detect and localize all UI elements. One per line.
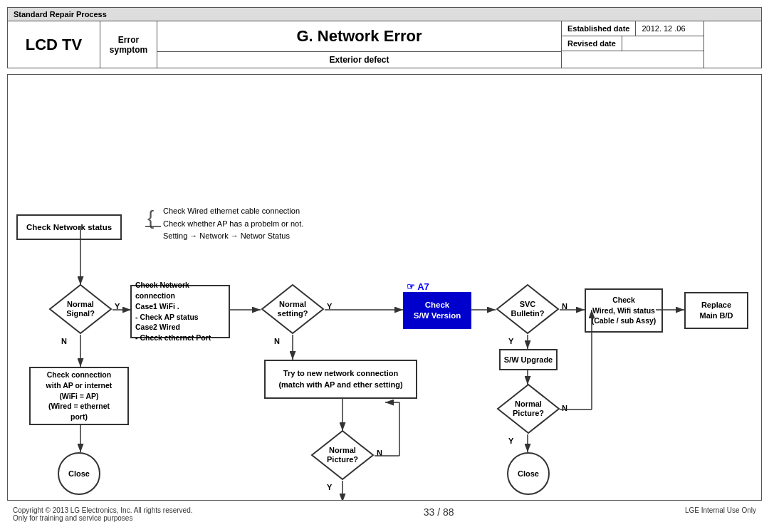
replace-main-box: ReplaceMain B/D <box>684 292 748 329</box>
normal-picture-1-label: NormalPicture? <box>496 383 560 434</box>
close-label-2: Close <box>518 469 539 478</box>
header-sub-row: Exterior defect <box>157 52 561 68</box>
normal-signal-diamond: NormalSignal? <box>48 283 113 335</box>
check-wired-wifi-box: CheckWired, Wifi status(Cable / sub Assy… <box>585 288 663 333</box>
header-section: Standard Repair Process LCD TV Error sym… <box>7 7 762 68</box>
note-line2: Check whether AP has a probelm or not. <box>163 218 303 231</box>
header-established: Established date 2012. 12 .06 <box>562 21 703 36</box>
normal-picture-2-diamond: NormalPicture? <box>310 429 375 481</box>
n-label-picture2: N <box>377 449 382 457</box>
close-circle-2: Close <box>507 452 550 495</box>
close-circle-1: Close <box>58 452 100 495</box>
svc-bulletin-label: SVCBulletin? <box>496 283 560 335</box>
header-sub-title: Exterior defect <box>329 55 389 65</box>
svc-bulletin-diamond: SVCBulletin? <box>496 283 560 335</box>
standard-repair-label: Standard Repair Process <box>8 8 761 21</box>
page-wrapper: Standard Repair Process LCD TV Error sym… <box>0 0 769 532</box>
footer-right: LGE Internal Use Only <box>685 506 756 522</box>
n-label-picture1: N <box>562 404 567 412</box>
y-label-svc: Y <box>508 337 513 345</box>
header-far-right <box>704 21 761 68</box>
diagram-area: Check Network status { Check Wired ether… <box>7 74 762 501</box>
check-network-connection-text: Check Network connection Case1 WiFi . - … <box>135 280 225 343</box>
notes: Check Wired ethernet cable connection Ch… <box>163 205 303 243</box>
y-label-signal: Y <box>115 302 120 311</box>
try-new-network-text: Try to new network connection(match with… <box>278 368 402 390</box>
check-network-status-box: Check Network status <box>16 214 122 240</box>
footer: Copyright © 2013 LG Electronics, Inc. Al… <box>7 504 762 525</box>
check-connection-text: Check connectionwith AP or internet(WiFi… <box>46 370 113 422</box>
normal-picture-2-label: NormalPicture? <box>310 429 375 481</box>
a7-reference: ☞ A7 <box>407 281 429 292</box>
header-right: Established date 2012. 12 .06 Revised da… <box>562 21 704 68</box>
normal-picture-1-diamond: NormalPicture? <box>496 383 560 434</box>
footer-left-line2: Only for training and service purposes <box>13 514 192 522</box>
normal-signal-label: NormalSignal? <box>48 283 113 335</box>
established-value: 2012. 12 .06 <box>636 21 691 36</box>
y-label-picture2: Y <box>327 483 332 491</box>
header-revised: Revised date <box>562 36 703 51</box>
n-label-setting: N <box>274 337 280 345</box>
n-label-svc: N <box>562 302 567 311</box>
replace-main-text: ReplaceMain B/D <box>699 300 733 322</box>
revised-value <box>622 36 634 51</box>
header-error-symptom: Error symptom <box>100 21 157 68</box>
arrows-svg <box>8 75 761 500</box>
sw-upgrade-label: S/W Upgrade <box>504 355 553 365</box>
check-wired-wifi-text: CheckWired, Wifi status(Cable / sub Assy… <box>592 295 656 326</box>
sw-upgrade-box: S/W Upgrade <box>499 349 558 370</box>
try-new-network-box: Try to new network connection(match with… <box>264 360 417 399</box>
header-middle: G. Network Error Exterior defect <box>157 21 562 68</box>
note-line3: Setting → Network → Networ Status <box>163 230 303 243</box>
close-label-1: Close <box>68 469 90 478</box>
n-label-signal: N <box>61 337 67 345</box>
established-label: Established date <box>562 21 636 36</box>
header-lcd: LCD TV <box>8 21 100 68</box>
header-row: LCD TV Error symptom G. Network Error Ex… <box>8 21 761 68</box>
y-label-setting: Y <box>327 302 332 311</box>
check-network-connection-box: Check Network connection Case1 WiFi . - … <box>130 285 230 338</box>
check-sw-version-box: CheckS/W Version <box>403 292 471 329</box>
brace: { <box>147 207 154 229</box>
check-connection-box: Check connectionwith AP or internet(WiFi… <box>29 367 129 425</box>
normal-setting-diamond: Normalsetting? <box>261 283 325 335</box>
header-title-row: G. Network Error <box>157 21 561 52</box>
footer-center: 33 / 88 <box>424 506 454 522</box>
y-label-picture1: Y <box>508 437 513 445</box>
footer-left-line1: Copyright © 2013 LG Electronics, Inc. Al… <box>13 506 192 514</box>
revised-label: Revised date <box>562 36 622 51</box>
header-main-title: G. Network Error <box>296 27 422 46</box>
note-line1: Check Wired ethernet cable connection <box>163 205 303 218</box>
footer-left: Copyright © 2013 LG Electronics, Inc. Al… <box>13 506 192 522</box>
normal-setting-label: Normalsetting? <box>261 283 325 335</box>
